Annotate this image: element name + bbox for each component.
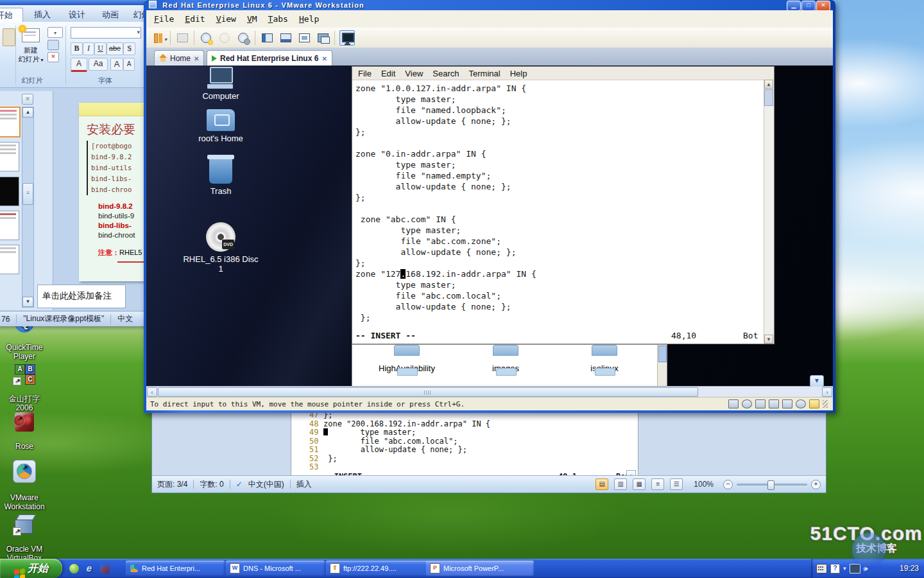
pane-close-button[interactable]: ✕ xyxy=(22,94,33,105)
guest-screen[interactable]: Computer root's Home Trash DVD RHEL_6.5 … xyxy=(146,66,833,387)
reset-slide-button[interactable] xyxy=(47,40,59,50)
help-icon[interactable]: ? xyxy=(830,564,840,574)
menu-file[interactable]: File xyxy=(154,14,174,24)
terminal-scrollbar[interactable]: ▲ ▼ xyxy=(764,80,774,344)
guest-scroll-down-button[interactable]: ▼ xyxy=(810,375,824,387)
guest-icon-trash[interactable]: Trash xyxy=(182,158,259,196)
tab-home-ppt[interactable]: 开始 xyxy=(0,8,23,22)
change-case-button[interactable]: Aa xyxy=(89,58,108,71)
scroll-thumb[interactable] xyxy=(158,387,698,397)
team-button[interactable] xyxy=(175,31,189,45)
scroll-thumb[interactable]: ≡ xyxy=(22,183,33,205)
notes-pane[interactable]: 单击此处添加备注 xyxy=(37,285,126,308)
chevron-icon[interactable]: ▾ xyxy=(843,565,846,572)
file-manager-window[interactable]: HighAvailability images isolinux xyxy=(352,344,667,387)
word-count[interactable]: 字数: 0 xyxy=(200,479,223,490)
minimize-button[interactable]: ▁ xyxy=(787,1,801,11)
italic-button[interactable]: I xyxy=(83,42,94,55)
menu-view[interactable]: View xyxy=(216,14,236,24)
tab-insert[interactable]: 插入 xyxy=(27,8,58,21)
terminal-window[interactable]: File Edit View Search Terminal Help zone… xyxy=(352,66,774,344)
scroll-up-icon[interactable]: ▲ xyxy=(764,80,773,89)
file-manager-scrollbar[interactable] xyxy=(657,345,667,386)
desktop-icon-rose[interactable]: ↗ Rose xyxy=(0,403,54,451)
hdd-device-icon[interactable] xyxy=(728,399,739,408)
console-hscrollbar[interactable]: ‹ › xyxy=(146,386,833,398)
menu-edit[interactable]: Edit xyxy=(381,69,395,78)
network-device-icon[interactable] xyxy=(769,399,779,408)
console-view-button[interactable] xyxy=(339,30,355,46)
font-color-button[interactable]: A xyxy=(71,58,87,72)
folder-item[interactable]: images xyxy=(458,345,554,373)
take-snapshot-button[interactable] xyxy=(199,31,213,45)
slide-thumbnail[interactable] xyxy=(0,177,19,206)
insert-mode[interactable]: 插入 xyxy=(296,479,312,490)
zoom-in-button[interactable]: + xyxy=(811,480,821,489)
pane-scrollbar[interactable]: ▲ ≡ ▼ xyxy=(22,107,34,308)
tab-home[interactable]: Home ✕ xyxy=(154,50,204,66)
quicklaunch-messenger-icon[interactable] xyxy=(67,561,81,575)
volume-icon[interactable]: 🕪 xyxy=(864,565,868,573)
underline-button[interactable]: U xyxy=(94,42,107,55)
zoom-level[interactable]: 100% xyxy=(694,480,714,489)
close-button[interactable]: ✕ xyxy=(816,1,830,11)
draft-view-button[interactable]: ☰ xyxy=(670,478,683,490)
message-log-icon[interactable] xyxy=(809,399,819,408)
scroll-thumb[interactable] xyxy=(658,346,667,362)
close-tab-icon[interactable]: ✕ xyxy=(321,55,327,62)
keyboard-ime-icon[interactable] xyxy=(816,564,827,574)
quicklaunch-player-icon[interactable] xyxy=(98,561,112,575)
grow-font-button[interactable]: A xyxy=(110,58,123,71)
outline-view-button[interactable]: ≡ xyxy=(651,478,664,490)
menu-vm[interactable]: VM xyxy=(247,14,257,24)
show-sidebar-button[interactable] xyxy=(260,31,274,45)
page-indicator[interactable]: 页面: 3/4 xyxy=(157,479,187,490)
quicklaunch-ie-icon[interactable]: e xyxy=(82,561,96,575)
terminal-content[interactable]: zone "1.0.0.127.in-addr.arpa" IN { type … xyxy=(352,80,764,344)
desktop-icon-virtualbox[interactable]: ↗ Oracle VM VirtualBox xyxy=(0,505,54,563)
menu-file[interactable]: File xyxy=(358,69,372,78)
task-ftp[interactable]: ⇪ ftp://222.22.49.... xyxy=(326,561,429,576)
text-shadow-button[interactable]: S xyxy=(123,42,135,55)
tab-design[interactable]: 设计 xyxy=(62,8,92,21)
print-layout-view-button[interactable]: ▤ xyxy=(595,478,608,490)
font-name-combo[interactable]: ▾ xyxy=(71,27,141,39)
window-titlebar[interactable]: Red Hat Enterprise Linux 6 - VMware Work… xyxy=(149,1,830,10)
layout-button[interactable]: ▾ xyxy=(47,27,63,38)
maximize-button[interactable]: □ xyxy=(801,1,816,11)
guest-icon-computer[interactable]: Computer xyxy=(182,67,259,101)
slide-thumbnail[interactable] xyxy=(0,142,19,171)
fullscreen-view-button[interactable]: ▥ xyxy=(614,478,627,490)
zoom-out-button[interactable]: − xyxy=(723,480,733,489)
snapshot-manager-button[interactable] xyxy=(236,31,250,45)
tray-clock[interactable]: 19:23 xyxy=(900,564,919,573)
unity-button[interactable] xyxy=(316,31,330,45)
slide-thumbnail[interactable] xyxy=(0,245,19,274)
task-vmware[interactable]: Red Hat Enterpri... xyxy=(126,561,225,576)
scroll-down-icon[interactable]: ▼ xyxy=(22,297,33,307)
sound-device-icon[interactable] xyxy=(796,399,806,408)
menu-view[interactable]: View xyxy=(405,69,423,78)
zoom-thumb[interactable] xyxy=(767,480,774,490)
language-indicator[interactable]: 中文(中国) xyxy=(248,479,284,490)
folder-item[interactable]: HighAvailability xyxy=(359,345,455,373)
paste-button[interactable] xyxy=(3,28,15,46)
scroll-down-icon[interactable]: ▼ xyxy=(764,335,773,344)
strikethrough-button[interactable]: abe xyxy=(107,42,123,55)
slide-canvas[interactable]: 安装必要 [root@bogo bind-9.8.2 bind-utils bi… xyxy=(79,103,148,281)
task-powerpoint[interactable]: P Microsoft PowerP... xyxy=(426,561,534,576)
delete-slide-button[interactable]: ✕ xyxy=(47,52,59,62)
fullscreen-button[interactable] xyxy=(297,31,311,45)
web-layout-view-button[interactable]: ▦ xyxy=(633,478,646,490)
show-console-button[interactable] xyxy=(278,31,293,45)
folder-item[interactable]: isolinux xyxy=(556,345,653,373)
resize-grip[interactable] xyxy=(823,400,828,408)
scroll-up-icon[interactable]: ▲ xyxy=(22,107,33,118)
scroll-right-icon[interactable]: › xyxy=(822,387,832,397)
word-page[interactable]: 47}; 48zone "200.168.192.in-addr.arpa" I… xyxy=(291,403,638,476)
display-tray-icon[interactable] xyxy=(850,564,860,574)
task-word-dns[interactable]: W DNS - Microsoft ... xyxy=(226,561,325,576)
menu-edit[interactable]: Edit xyxy=(185,14,205,24)
desktop-icon-vmware[interactable]: ↗ VMware Workstation xyxy=(0,451,54,511)
floppy-device-icon[interactable] xyxy=(755,399,766,408)
